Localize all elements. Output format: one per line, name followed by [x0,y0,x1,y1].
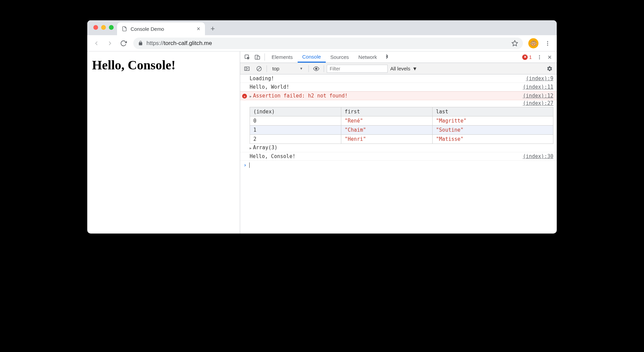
devtools-menu-icon[interactable] [534,51,545,63]
console-prompt[interactable]: › [240,161,557,170]
minimize-window-button[interactable] [101,25,106,30]
live-expression-icon[interactable] [312,64,321,73]
table-row[interactable]: 1 "Chaim" "Soutine" [250,126,553,135]
array-summary[interactable]: ▶Array(3) [250,144,553,151]
more-tabs-icon[interactable] [382,51,392,63]
titlebar: Console Demo × + [87,20,557,35]
log-levels-selector[interactable]: All levels ▼ [390,66,417,71]
window-controls [93,25,114,30]
log-row[interactable]: Hello, Console! (index):30 [240,152,557,161]
browser-tab[interactable]: Console Demo × [117,22,205,35]
tab-console[interactable]: Console [298,51,326,63]
reload-button[interactable] [118,38,129,49]
table-header[interactable]: last [433,107,553,116]
svg-rect-12 [245,67,249,70]
log-row[interactable]: Loading! (index):9 [240,74,557,83]
file-icon [122,26,127,31]
tab-elements[interactable]: Elements [267,51,298,63]
new-tab-button[interactable]: + [208,24,218,34]
text-cursor [249,162,250,168]
svg-marker-0 [512,40,518,46]
tab-sources[interactable]: Sources [326,51,354,63]
error-icon: ✕ [522,54,528,60]
console-settings-icon[interactable] [547,66,555,72]
inspect-element-icon[interactable] [242,51,252,63]
disclosure-triangle-icon[interactable]: ▶ [250,94,252,98]
clear-console-icon[interactable] [254,64,264,73]
table-row[interactable]: 0 "René" "Magritte" [250,116,553,126]
log-row[interactable]: Hello, World! (index):11 [240,83,557,91]
error-row[interactable]: ✕ ▶Assertion failed: h2 not found! (inde… [240,91,557,100]
svg-point-1 [547,41,548,42]
content-row: Hello, Console! Elements Console Sources… [87,51,557,234]
close-tab-button[interactable]: × [197,25,200,32]
table-header[interactable]: (index) [250,107,341,116]
url-text: https://torch-calf.glitch.me [146,40,212,47]
device-toolbar-icon[interactable] [252,51,262,63]
table-row[interactable]: 2 "Henri" "Matisse" [250,135,553,144]
close-devtools-icon[interactable] [545,51,555,63]
browser-menu-button[interactable] [542,40,553,46]
prompt-chevron-icon: › [244,162,247,168]
address-bar-row: https://torch-calf.glitch.me 🐵 [87,35,557,51]
forward-button[interactable] [104,38,116,49]
browser-window: Console Demo × + https://torch-calf.glit… [87,20,557,234]
lock-icon [138,41,143,46]
source-link[interactable]: (index):12 [520,93,553,99]
back-button[interactable] [91,38,102,49]
console-table: (index) first last 0 "René" "Magritte" [250,107,553,144]
source-link[interactable]: (index):30 [520,153,553,159]
page-viewport: Hello, Console! [87,51,240,234]
address-bar[interactable]: https://torch-calf.glitch.me [133,38,523,49]
toggle-sidebar-icon[interactable] [242,64,252,73]
svg-point-3 [547,44,548,45]
devtools-panel: Elements Console Sources Network ✕ 1 [240,51,557,234]
filter-input[interactable] [327,65,388,73]
source-link[interactable]: (index):9 [523,75,553,82]
svg-point-2 [547,43,548,44]
tab-network[interactable]: Network [354,51,382,63]
disclosure-triangle-icon: ▶ [250,146,252,150]
svg-point-16 [315,68,317,69]
source-link[interactable]: (index):11 [520,84,553,90]
close-window-button[interactable] [93,25,98,30]
bookmark-star-icon[interactable] [511,40,518,47]
table-header[interactable]: first [341,107,433,116]
svg-point-8 [539,57,540,58]
page-heading: Hello, Console! [92,58,235,72]
tab-title: Console Demo [131,26,193,32]
console-toolbar: top ▼ All levels ▼ [240,63,557,74]
console-output: Loading! (index):9 Hello, World! (index)… [240,74,557,234]
context-selector[interactable]: top ▼ [270,65,306,72]
chevron-down-icon: ▼ [412,66,417,71]
svg-point-9 [539,58,540,59]
error-count-badge[interactable]: ✕ 1 [520,51,534,63]
error-icon: ✕ [242,94,247,98]
substring-link[interactable]: (index):27 [523,100,553,106]
svg-point-7 [539,55,540,56]
svg-rect-6 [257,56,260,59]
svg-line-15 [258,67,261,70]
maximize-window-button[interactable] [109,25,114,30]
profile-avatar[interactable]: 🐵 [528,38,538,48]
console-table-block: (index):27 (index) first last 0 [240,100,557,152]
chevron-down-icon: ▼ [300,67,303,70]
devtools-tabs: Elements Console Sources Network ✕ 1 [240,51,557,63]
